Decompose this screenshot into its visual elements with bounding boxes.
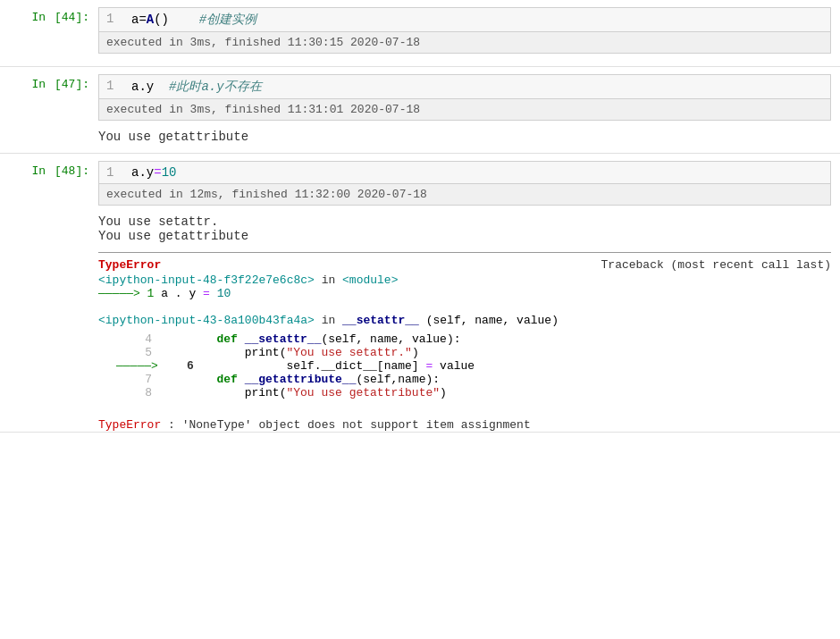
code-48-10: 10	[162, 165, 177, 180]
tb-line-4: 4 def __setattr__(self, name, value):	[116, 332, 831, 346]
tb-final-error-msg: : 'NoneType' object does not support ite…	[168, 418, 531, 432]
tb-lineno-6: 6	[158, 359, 194, 373]
tb-file1-line: <ipython-input-48-f3f22e7e6c8c> in <modu…	[98, 273, 831, 287]
cell-47-executed: executed in 3ms, finished 11:31:01 2020-…	[98, 99, 831, 121]
cell-47-gutter: In [47]:	[0, 74, 98, 146]
output-line-48-2: You use getattribute	[98, 229, 831, 243]
in-label-44: In	[32, 11, 46, 24]
tb-code1-10: 10	[217, 287, 231, 300]
code-44-var-a: a	[131, 13, 139, 27]
cell-44-code: 1 a = A () #创建实例	[98, 7, 831, 32]
tb-line5-print: print("You use setattr.")	[161, 346, 419, 359]
code-47-comment: #此时a.y不存在	[169, 79, 262, 95]
tb-code1-dot: .	[175, 287, 182, 300]
code-47-spaces	[154, 80, 169, 94]
tb-traceback-label: Traceback (most recent call last)	[601, 258, 831, 272]
line-num-47-1: 1	[106, 79, 117, 93]
cell-44-executed: executed in 3ms, finished 11:30:15 2020-…	[98, 32, 831, 54]
line-num-44-1: 1	[106, 12, 117, 26]
tb-module1: <module>	[342, 273, 398, 287]
code-line-44-1: a = A () #创建实例	[131, 12, 256, 28]
tb-func2: __setattr__	[342, 314, 419, 327]
tb-code1-eq: =	[203, 287, 217, 300]
tb-line-5: 5 print("You use setattr.")	[116, 346, 831, 359]
tb-code1-y: y	[189, 287, 196, 300]
cell-44-gutter: In [44]:	[0, 7, 98, 59]
output-line-47-1: You use getattribute	[98, 130, 831, 144]
code-48-y: y	[147, 165, 154, 180]
tb-line-7: 7 def __getattribute__(self,name):	[116, 373, 831, 386]
tb-lineno-5: 5	[116, 346, 152, 359]
cell-47-code: 1 a . y #此时a.y不存在	[98, 74, 831, 99]
cell-48-gutter: In [48]:	[0, 161, 98, 432]
tb-in2: in	[322, 314, 342, 327]
tb-lineno-4: 4	[116, 332, 152, 346]
code-44-parens: ()	[154, 13, 169, 27]
tb-code1-a: a	[161, 287, 168, 300]
tb-line7-def: def __getattribute__(self,name):	[161, 373, 440, 386]
in-label-48: In	[32, 164, 46, 178]
code-48-eq: =	[154, 165, 161, 180]
tb-line6-code: self.__dict__[name] = value	[203, 359, 475, 373]
traceback-48: TypeError Traceback (most recent call la…	[98, 252, 831, 432]
cell-48-executed: executed in 12ms, finished 11:32:00 2020…	[98, 184, 831, 206]
tb-file1: <ipython-input-48-f3f22e7e6c8c>	[98, 273, 315, 287]
cell-47-output: You use getattribute	[98, 126, 831, 146]
code-47-dot: .	[139, 80, 146, 94]
code-line-47-1: a . y #此时a.y不存在	[131, 79, 262, 95]
tb-separator	[98, 252, 831, 253]
in-number-47: [47]:	[55, 78, 89, 91]
tb-arrow1-line: —————> 1 a . y = 10	[98, 287, 831, 300]
code-47-y: y	[147, 80, 154, 94]
tb-line4-def: def __setattr__(self, name, value):	[161, 332, 461, 346]
tb-final-error-line: TypeError : 'NoneType' object does not s…	[98, 418, 831, 432]
tb-line8-print: print("You use getattribute")	[161, 386, 447, 399]
code-48-a: a	[131, 165, 139, 180]
notebook: In [44]: 1 a = A () #创建实例 executed in 3m…	[0, 0, 840, 639]
cell-44-content: 1 a = A () #创建实例 executed in 3ms, finish…	[98, 7, 840, 59]
cell-48: In [48]: 1 a . y = 10 executed in 12ms, …	[0, 154, 840, 433]
tb-in1: in	[322, 273, 342, 287]
tb-code-block: 4 def __setattr__(self, name, value): 5 …	[116, 332, 831, 399]
tb-lineno-8: 8	[116, 386, 152, 399]
code-44-eq: =	[139, 13, 146, 27]
cell-48-code: 1 a . y = 10	[98, 161, 831, 184]
in-number-44: [44]:	[55, 11, 89, 24]
code-line-48-1: a . y = 10	[131, 165, 176, 180]
cell-44: In [44]: 1 a = A () #创建实例 executed in 3m…	[0, 0, 840, 67]
output-line-48-1: You use setattr.	[98, 214, 831, 229]
tb-lineno-7: 7	[116, 373, 152, 386]
in-number-48: [48]:	[55, 164, 89, 178]
code-44-func-A: A	[147, 13, 154, 27]
code-44-spaces	[169, 13, 199, 27]
tb-params2: (self, name, value)	[426, 314, 559, 327]
code-44-comment: #创建实例	[199, 12, 256, 28]
cell-48-content: 1 a . y = 10 executed in 12ms, finished …	[98, 161, 840, 432]
tb-line-8: 8 print("You use getattribute")	[116, 386, 831, 399]
line-num-48-1: 1	[106, 165, 117, 180]
tb-arrow6: —————>	[116, 359, 158, 373]
code-48-dot: .	[139, 165, 146, 180]
tb-error-name: TypeError	[98, 258, 161, 272]
tb-file2: <ipython-input-43-8a100b43fa4a>	[98, 314, 315, 327]
tb-arrow1: —————> 1	[98, 287, 161, 300]
in-label-47: In	[32, 78, 46, 91]
tb-final-error-name: TypeError	[98, 418, 161, 432]
tb-line-6: —————> 6 self.__dict__[name] = value	[116, 359, 831, 373]
tb-file2-line: <ipython-input-43-8a100b43fa4a> in __set…	[98, 314, 831, 327]
cell-47: In [47]: 1 a . y #此时a.y不存在 executed in 3…	[0, 67, 840, 154]
code-47-a: a	[131, 80, 139, 94]
cell-48-output: You use setattr. You use getattribute	[98, 211, 831, 245]
tb-error-header: TypeError Traceback (most recent call la…	[98, 258, 831, 272]
cell-47-content: 1 a . y #此时a.y不存在 executed in 3ms, finis…	[98, 74, 840, 146]
